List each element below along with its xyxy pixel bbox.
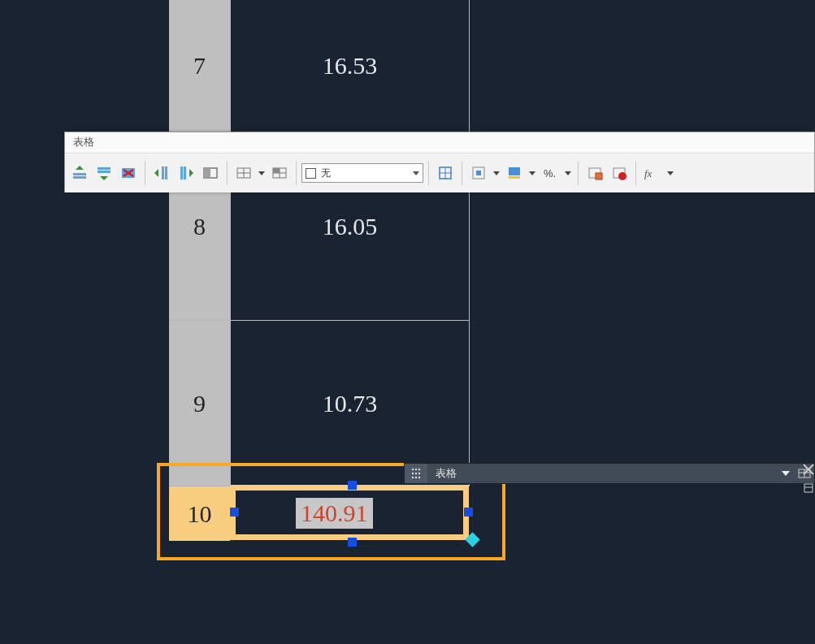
- fill-combo-label: 无: [321, 166, 331, 180]
- svg-point-39: [412, 477, 414, 478]
- separator: [578, 161, 579, 185]
- svg-rect-3: [98, 171, 111, 173]
- svg-rect-25: [509, 167, 520, 175]
- svg-text:fx: fx: [644, 167, 652, 179]
- svg-rect-47: [804, 484, 813, 492]
- grip-bottom[interactable]: [348, 538, 357, 547]
- svg-point-31: [618, 172, 626, 180]
- row-value[interactable]: 16.53: [230, 0, 470, 132]
- svg-point-33: [412, 469, 414, 470]
- chevron-down-icon: [413, 171, 419, 175]
- ribbon-title: 表格: [65, 132, 814, 153]
- svg-rect-12: [204, 168, 210, 178]
- svg-point-37: [415, 473, 417, 474]
- svg-point-34: [415, 469, 417, 470]
- svg-rect-19: [273, 168, 280, 173]
- unmerge-cells-icon[interactable]: [232, 162, 255, 184]
- separator: [635, 161, 636, 185]
- row-value[interactable]: 10.73: [230, 321, 470, 486]
- percent-icon[interactable]: %.: [539, 162, 561, 184]
- quick-properties-label: 表格: [427, 466, 777, 481]
- svg-point-36: [412, 473, 414, 474]
- row-header[interactable]: 7: [169, 0, 230, 132]
- svg-point-38: [418, 473, 420, 474]
- quick-properties-controls: [801, 460, 815, 497]
- dropdown-arrow-icon[interactable]: [257, 162, 267, 184]
- formula-icon[interactable]: fx: [641, 162, 664, 184]
- drag-handle-icon[interactable]: [405, 464, 427, 483]
- borders-icon[interactable]: [434, 162, 457, 184]
- separator: [296, 161, 297, 185]
- svg-rect-24: [476, 171, 481, 175]
- grip-right[interactable]: [464, 508, 473, 516]
- selected-cell-value[interactable]: 140.91: [296, 498, 373, 529]
- insert-row-above-icon[interactable]: [68, 162, 91, 184]
- separator: [145, 161, 145, 185]
- grip-top[interactable]: [348, 481, 357, 490]
- grip-left[interactable]: [230, 508, 239, 516]
- svg-rect-10: [184, 166, 186, 179]
- insert-col-right-icon[interactable]: [175, 162, 197, 184]
- svg-rect-0: [73, 173, 86, 175]
- svg-text:%.: %.: [544, 167, 556, 179]
- separator: [227, 161, 228, 185]
- svg-point-35: [418, 469, 420, 470]
- svg-rect-26: [509, 176, 520, 179]
- delete-row-icon[interactable]: [117, 162, 140, 184]
- dropdown-arrow-icon[interactable]: [527, 162, 537, 184]
- row-header[interactable]: 10: [169, 486, 230, 541]
- dropdown-arrow-icon[interactable]: [665, 162, 675, 184]
- close-icon[interactable]: [801, 460, 815, 479]
- merge-cells-icon[interactable]: [199, 162, 222, 184]
- separator: [428, 161, 429, 185]
- swatch-icon: [306, 168, 316, 179]
- row-header[interactable]: 9: [169, 321, 230, 486]
- fill-color-icon[interactable]: [503, 162, 526, 184]
- table-row: 7 16.53: [169, 0, 470, 132]
- pin-icon[interactable]: [801, 479, 815, 497]
- dropdown-arrow-icon[interactable]: [492, 162, 501, 184]
- dropdown-arrow-icon[interactable]: [563, 162, 573, 184]
- svg-rect-2: [98, 167, 111, 170]
- svg-point-41: [418, 477, 420, 478]
- svg-rect-1: [73, 176, 86, 179]
- svg-rect-29: [596, 173, 602, 179]
- insert-col-left-icon[interactable]: [150, 162, 173, 184]
- chevron-down-icon[interactable]: [777, 471, 795, 476]
- svg-rect-8: [165, 166, 167, 179]
- separator: [462, 161, 462, 185]
- svg-rect-7: [162, 166, 164, 179]
- svg-rect-9: [180, 166, 183, 179]
- svg-point-40: [415, 477, 417, 478]
- insert-row-below-icon[interactable]: [93, 162, 115, 184]
- data-link-icon[interactable]: [608, 162, 631, 184]
- lock-cell-icon[interactable]: [583, 162, 606, 184]
- table-ribbon: 表格: [64, 132, 815, 192]
- cell-style-icon[interactable]: [268, 162, 291, 184]
- align-icon[interactable]: [467, 162, 490, 184]
- quick-properties-bar: 表格: [404, 463, 815, 484]
- fill-combo[interactable]: 无: [301, 163, 423, 183]
- table-row: 9 10.73: [169, 320, 470, 486]
